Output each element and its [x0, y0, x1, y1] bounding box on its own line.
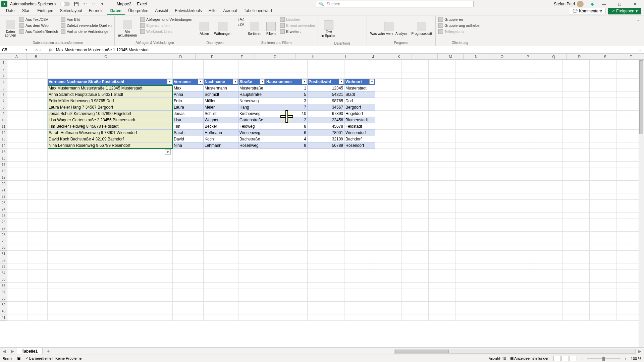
cell[interactable]: [204, 168, 238, 174]
cell[interactable]: [482, 79, 509, 85]
cell[interactable]: Nachname▾: [204, 79, 238, 85]
column-header[interactable]: Q: [541, 54, 567, 59]
cell[interactable]: [238, 251, 265, 257]
cell[interactable]: [7, 276, 28, 283]
cell[interactable]: [7, 263, 28, 270]
cell[interactable]: [402, 130, 429, 136]
row-header[interactable]: 15: [0, 149, 7, 155]
cell[interactable]: [28, 79, 48, 85]
cell[interactable]: [265, 276, 308, 283]
cell[interactable]: [344, 187, 375, 193]
redo-icon[interactable]: ↷: [91, 1, 97, 7]
cell[interactable]: [563, 155, 590, 162]
cell[interactable]: [7, 181, 28, 187]
cell[interactable]: [563, 149, 590, 155]
cell[interactable]: [429, 149, 455, 155]
cell[interactable]: [308, 174, 344, 181]
cell[interactable]: [536, 193, 563, 200]
cell[interactable]: Anna Schmidt Hauptstraße 5 54321 Stadt: [48, 92, 173, 98]
cell[interactable]: [173, 193, 204, 200]
cell[interactable]: [536, 232, 563, 238]
ribbon-button[interactable]: Alleaktualisieren: [117, 17, 138, 40]
cell[interactable]: [308, 302, 344, 308]
cell[interactable]: [509, 225, 536, 232]
cell[interactable]: [173, 289, 204, 295]
cell[interactable]: [7, 98, 28, 104]
sheet-nav-prev[interactable]: ◀: [0, 349, 8, 354]
cell[interactable]: [536, 302, 563, 308]
cell[interactable]: [375, 168, 402, 174]
cell[interactable]: [429, 162, 455, 168]
cell[interactable]: [308, 289, 344, 295]
cell[interactable]: [28, 181, 48, 187]
cell[interactable]: [590, 263, 616, 270]
cell[interactable]: [238, 66, 265, 72]
cell[interactable]: [48, 181, 173, 187]
cell[interactable]: Postleitzahl▾: [308, 79, 344, 85]
ribbon-link[interactable]: Von Bild: [60, 17, 112, 22]
cell[interactable]: Nebenweg: [238, 98, 265, 104]
cell[interactable]: [429, 142, 455, 149]
cell[interactable]: [48, 257, 173, 263]
cell[interactable]: [509, 111, 536, 117]
cell[interactable]: [7, 244, 28, 251]
cell[interactable]: [455, 308, 482, 314]
cell[interactable]: Schmidt: [204, 92, 238, 98]
cell[interactable]: [204, 270, 238, 276]
ribbon-link[interactable]: Gruppieren: [438, 17, 482, 22]
cell[interactable]: [344, 295, 375, 302]
cell[interactable]: [7, 187, 28, 193]
cell[interactable]: [265, 181, 308, 187]
cell[interactable]: [344, 149, 375, 155]
cell[interactable]: [509, 104, 536, 111]
cell[interactable]: [429, 206, 455, 213]
cell[interactable]: [48, 289, 173, 295]
avatar[interactable]: [577, 1, 584, 7]
cell[interactable]: Musterstadt: [344, 85, 375, 92]
cell[interactable]: [48, 193, 173, 200]
cell[interactable]: [238, 72, 265, 79]
row-header[interactable]: 14: [0, 142, 7, 149]
cell[interactable]: [204, 232, 238, 238]
cell[interactable]: [429, 302, 455, 308]
cell[interactable]: [173, 168, 204, 174]
cell[interactable]: [536, 155, 563, 162]
cell[interactable]: [482, 104, 509, 111]
cell[interactable]: [590, 219, 616, 225]
cell[interactable]: [375, 276, 402, 283]
cell[interactable]: [590, 111, 616, 117]
cell[interactable]: [238, 308, 265, 314]
cell[interactable]: [402, 193, 429, 200]
cell[interactable]: [402, 225, 429, 232]
cell[interactable]: Sarah: [173, 130, 204, 136]
cell[interactable]: [429, 257, 455, 263]
cell[interactable]: [563, 251, 590, 257]
cell[interactable]: [482, 155, 509, 162]
cell[interactable]: [7, 162, 28, 168]
cell[interactable]: [173, 257, 204, 263]
cell[interactable]: [590, 206, 616, 213]
row-header[interactable]: 28: [0, 232, 7, 238]
row-header[interactable]: 17: [0, 162, 7, 168]
cell[interactable]: [429, 213, 455, 219]
cell[interactable]: [28, 136, 48, 142]
cell[interactable]: [173, 72, 204, 79]
cell[interactable]: [173, 213, 204, 219]
cell[interactable]: Anna: [173, 92, 204, 98]
cancel-formula-icon[interactable]: ✕: [35, 48, 38, 52]
cell[interactable]: [238, 219, 265, 225]
cell[interactable]: [482, 270, 509, 276]
cell[interactable]: [536, 251, 563, 257]
cell[interactable]: [482, 136, 509, 142]
cell[interactable]: [482, 251, 509, 257]
cell[interactable]: [402, 244, 429, 251]
filter-dropdown-icon[interactable]: ▾: [167, 79, 172, 84]
sort-icon[interactable]: ↓ZA: [237, 22, 245, 27]
cell[interactable]: [7, 251, 28, 257]
cell[interactable]: [563, 85, 590, 92]
cell[interactable]: [204, 66, 238, 72]
cell[interactable]: [429, 238, 455, 244]
sync-icon[interactable]: ◆: [589, 1, 595, 7]
cell[interactable]: [28, 142, 48, 149]
cell[interactable]: [344, 283, 375, 289]
